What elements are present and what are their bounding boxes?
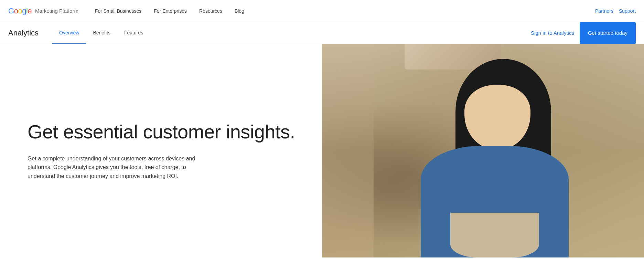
top-nav-right: Partners Support <box>595 8 636 14</box>
analytics-product-title: Analytics <box>8 29 39 38</box>
tab-benefits[interactable]: Benefits <box>86 22 117 44</box>
support-link[interactable]: Support <box>619 8 636 14</box>
tab-features[interactable]: Features <box>117 22 150 44</box>
secondary-navigation: Analytics Overview Benefits Features Sig… <box>0 22 644 44</box>
get-started-button[interactable]: Get started today <box>580 22 636 44</box>
body <box>421 146 569 257</box>
partners-link[interactable]: Partners <box>595 8 613 14</box>
hero-content: Get essential customer insights. Get a c… <box>0 44 322 257</box>
nav-link-small-businesses[interactable]: For Small Businesses <box>89 6 147 17</box>
woman-figure <box>412 55 586 257</box>
nav-link-blog[interactable]: Blog <box>229 6 250 17</box>
hero-description: Get a complete understanding of your cus… <box>28 154 206 181</box>
nav-link-enterprises[interactable]: For Enterprises <box>148 6 192 17</box>
google-wordmark: Google <box>8 7 32 15</box>
hero-title: Get essential customer insights. <box>28 121 301 143</box>
tab-overview[interactable]: Overview <box>52 22 86 44</box>
google-marketing-platform-logo[interactable]: Google Marketing Platform <box>8 7 78 15</box>
top-navigation: Google Marketing Platform For Small Busi… <box>0 0 644 22</box>
hero-section: Get essential customer insights. Get a c… <box>0 44 644 257</box>
nav-link-resources[interactable]: Resources <box>194 6 228 17</box>
secondary-nav-links: Overview Benefits Features <box>52 22 531 44</box>
secondary-nav-actions: Sign in to Analytics Get started today <box>531 22 636 44</box>
platform-name: Marketing Platform <box>35 8 78 14</box>
sign-in-analytics-link[interactable]: Sign in to Analytics <box>531 30 574 36</box>
top-nav-links: For Small Businesses For Enterprises Res… <box>89 6 595 17</box>
